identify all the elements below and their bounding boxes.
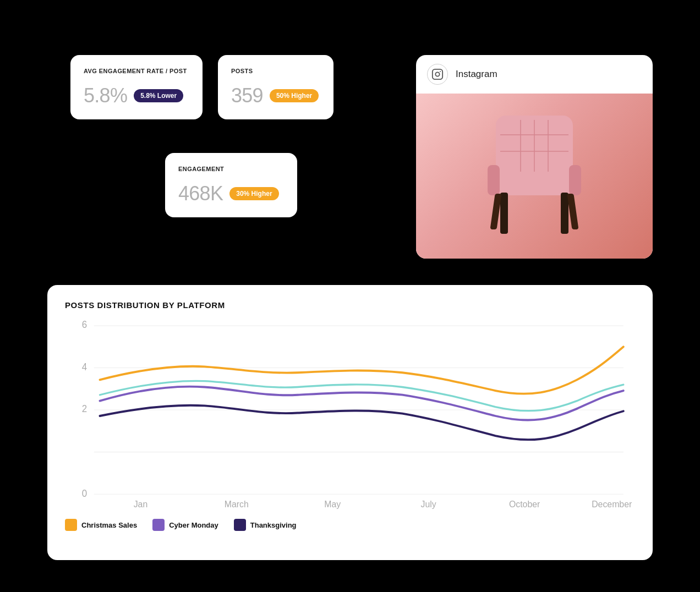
chart-area: 6 4 2 0 Jan March May July October Decem…	[65, 320, 635, 512]
avg-engagement-card: AVG ENGAGEMENT RATE / POST 5.8% 5.8% Low…	[70, 55, 203, 119]
chart-title: POSTS DISTRIBUTION BY PLATFORM	[65, 300, 635, 310]
main-container: AVG ENGAGEMENT RATE / POST 5.8% 5.8% Low…	[47, 32, 653, 560]
posts-card: POSTS 359 50% Higher	[218, 55, 333, 119]
engagement-label: ENGAGEMENT	[178, 165, 284, 173]
svg-point-2	[440, 71, 441, 72]
svg-text:0: 0	[82, 487, 87, 498]
svg-text:2: 2	[82, 403, 87, 414]
instagram-icon	[427, 64, 448, 85]
posts-label: POSTS	[231, 67, 320, 75]
legend-christmas: Christmas Sales	[65, 519, 137, 531]
posts-badge: 50% Higher	[270, 89, 319, 102]
chart-legend: Christmas Sales Cyber Monday Thanksgivin…	[65, 519, 635, 531]
svg-rect-0	[433, 69, 442, 79]
svg-rect-10	[488, 165, 500, 195]
svg-text:July: July	[421, 499, 437, 509]
legend-thanksgiving: Thanksgiving	[234, 519, 297, 531]
engagement-value: 468K	[178, 182, 223, 205]
svg-text:May: May	[324, 499, 341, 509]
legend-dot-christmas	[65, 519, 77, 531]
legend-dot-thanksgiving	[234, 519, 246, 531]
instagram-title: Instagram	[456, 69, 497, 80]
legend-label-thanksgiving: Thanksgiving	[250, 521, 297, 529]
instagram-card: Instagram	[416, 55, 653, 259]
svg-point-1	[435, 72, 439, 76]
svg-rect-13	[561, 193, 568, 234]
instagram-header: Instagram	[416, 55, 653, 94]
engagement-card: ENGAGEMENT 468K 30% Higher	[165, 153, 297, 217]
engagement-badge: 30% Higher	[229, 187, 278, 200]
legend-dot-cybermonday	[152, 519, 165, 531]
svg-rect-9	[490, 173, 578, 195]
svg-text:4: 4	[82, 361, 88, 372]
instagram-image	[416, 94, 653, 259]
avg-engagement-value: 5.8%	[84, 84, 127, 107]
svg-rect-14	[490, 194, 502, 229]
chart-card: POSTS DISTRIBUTION BY PLATFORM 6 4 2 0 J…	[47, 285, 653, 560]
svg-rect-15	[567, 194, 578, 229]
svg-text:December: December	[592, 499, 632, 509]
svg-rect-11	[569, 165, 581, 195]
avg-engagement-label: AVG ENGAGEMENT RATE / POST	[84, 67, 189, 75]
posts-value: 359	[231, 84, 263, 107]
legend-label-cybermonday: Cyber Monday	[169, 521, 218, 529]
svg-rect-12	[500, 193, 508, 234]
svg-text:6: 6	[82, 320, 87, 330]
legend-label-christmas: Christmas Sales	[81, 521, 137, 529]
legend-cybermonday: Cyber Monday	[152, 519, 218, 531]
svg-text:March: March	[225, 499, 249, 509]
svg-text:Jan: Jan	[134, 499, 148, 509]
svg-text:October: October	[509, 499, 540, 509]
avg-engagement-badge: 5.8% Lower	[134, 89, 183, 102]
